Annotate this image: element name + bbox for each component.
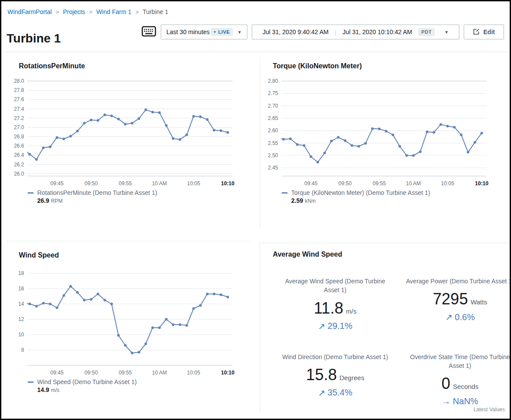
time-range-dropdown[interactable]: Last 30 minutes ● LIVE ▼ [161,25,247,39]
chevron-down-icon: ▼ [444,30,449,35]
svg-text:27.8: 27.8 [14,87,25,93]
date-end: Jul 31, 2020 10:10:42 AM [342,28,412,35]
legend-line-icon [28,381,34,383]
svg-text:10:05: 10:05 [187,370,200,376]
chart-legend: Wind Speed (Demo Turbine Asset 1) 14.9m/… [28,378,260,393]
chart-legend: RotationsPerMinute (Demo Turbine Asset 1… [28,189,260,204]
dashboard-controls: Last 30 minutes ● LIVE ▼ Jul 31, 2020 9:… [141,25,504,39]
svg-text:09:50: 09:50 [85,180,98,187]
trend-up-icon: ↗ [318,388,325,398]
edit-button[interactable]: Edit [464,25,504,39]
svg-text:28.0: 28.0 [14,78,25,84]
kpi-average-power: Average Power (Demo Turbine Asset 1) 729… [398,277,511,332]
kpi-average-wind-speed: Average Wind Speed (Demo Turbine Asset 1… [273,277,398,332]
svg-text:2.70: 2.70 [268,103,278,109]
kpi-label: Average Power (Demo Turbine Asset 1) [405,277,511,286]
kpi-value: 15.8 [306,366,337,384]
trend-up-icon: ↗ [318,321,325,332]
legend-latest-value: 26.9 [37,197,49,204]
timezone-badge: PDT [418,28,435,36]
svg-text:8: 8 [21,347,24,353]
date-separator: | [335,28,336,36]
trend-up-icon: ↗ [445,312,453,322]
breadcrumb-current: Turbine 1 [143,8,169,15]
kpi-unit: m/s [346,307,356,315]
keyboard-shortcuts-button[interactable] [141,25,156,39]
kpi-unit: Degrees [339,374,364,381]
svg-text:10:10: 10:10 [475,180,489,187]
svg-text:27.2: 27.2 [14,115,25,121]
svg-text:27.4: 27.4 [14,106,25,112]
svg-text:2.45: 2.45 [268,165,278,171]
kpi-wind-direction: Wind Direction (Demo Turbine Asset 1) 15… [273,353,398,407]
widget-title: Torque (KiloNewton Meter) [273,62,511,70]
legend-unit: kNm [305,198,316,204]
rotations-per-minute-chart[interactable]: 28.027.827.627.427.227.026.826.626.426.2… [5,74,241,188]
legend-series-name: Wind Speed (Demo Turbine Asset 1) [37,378,137,385]
svg-text:2.55: 2.55 [268,140,278,146]
svg-text:27.6: 27.6 [14,96,25,102]
svg-text:10: 10 [18,332,25,338]
svg-text:09:45: 09:45 [304,180,317,187]
chevron-down-icon: ▼ [237,30,242,35]
wind-speed-chart[interactable]: 1816141210809:4509:5009:5510 AM10:0510:1… [5,263,241,378]
breadcrumb-wind-farm[interactable]: Wind Farm 1 [96,8,131,15]
kpi-trend-value: 29.1% [328,321,352,331]
widget-title: RotationsPerMinute [19,62,260,70]
widget-title: Average Wind Speed [273,251,511,258]
legend-series-name: Torque (KiloNewton Meter) (Demo Turbine … [291,189,430,196]
kpi-grid: Average Wind Speed (Demo Turbine Asset 1… [273,277,509,406]
svg-text:26.4: 26.4 [14,152,25,158]
svg-text:10:05: 10:05 [187,180,200,187]
kpi-label: Wind Direction (Demo Turbine Asset 1) [280,353,391,361]
kpi-trend-value: 35.4% [328,388,352,398]
widget-wind-speed: Wind Speed 1816141210809:4509:5009:5510 … [1,241,260,418]
chart-legend: Torque (KiloNewton Meter) (Demo Turbine … [282,189,511,204]
svg-text:2.50: 2.50 [268,152,278,159]
date-range-picker[interactable]: Jul 31, 2020 9:40:42 AM | Jul 31, 2020 1… [252,25,459,39]
svg-text:09:55: 09:55 [119,370,132,376]
legend-line-icon [28,192,34,194]
svg-text:14: 14 [18,301,25,307]
breadcrumb-separator-icon: > [89,9,92,15]
latest-values-label: Latest Values [473,406,505,413]
svg-text:09:45: 09:45 [50,180,63,187]
widget-average-wind-speed-kpi: Average Wind Speed Average Wind Speed (D… [260,241,511,418]
keyboard-icon [141,25,156,39]
widget-torque: Torque (KiloNewton Meter) 2.802.752.702.… [260,52,511,241]
svg-text:10:05: 10:05 [441,180,454,187]
time-range-label: Last 30 minutes [166,28,210,35]
kpi-value: 7295 [433,290,468,308]
svg-text:27.0: 27.0 [14,124,25,131]
kpi-label: Overdrive State Time (Demo Turbine Asset… [405,353,511,371]
edit-icon [473,28,480,36]
live-dot-icon: ● [214,30,216,34]
live-label: LIVE [218,29,229,35]
svg-text:10 AM: 10 AM [406,180,421,187]
svg-text:16: 16 [18,286,25,292]
svg-text:09:55: 09:55 [373,180,386,187]
svg-text:09:50: 09:50 [85,370,98,376]
page-title: Turbine 1 [7,32,61,46]
torque-chart[interactable]: 2.802.752.702.652.602.552.502.4509:4509:… [259,74,495,188]
edit-button-label: Edit [483,28,495,35]
svg-text:10 AM: 10 AM [152,180,167,187]
svg-text:26.2: 26.2 [14,162,25,168]
kpi-trend-value: 0.6% [455,312,475,322]
legend-latest-value: 14.9 [37,386,49,393]
legend-unit: RPM [51,198,63,204]
breadcrumb-projects[interactable]: Projects [63,8,85,15]
svg-text:10 AM: 10 AM [152,370,167,376]
trend-flat-icon: → [442,396,451,406]
svg-text:2.60: 2.60 [268,127,278,134]
kpi-value: 11.8 [314,299,343,317]
svg-text:09:45: 09:45 [50,370,63,376]
live-badge: ● LIVE [211,28,233,36]
svg-text:2.75: 2.75 [268,90,278,96]
kpi-unit: Seconds [453,383,478,390]
svg-text:18: 18 [18,270,25,276]
legend-line-icon [282,192,288,194]
kpi-label: Average Wind Speed (Demo Turbine Asset 1… [280,277,391,295]
legend-unit: m/s [51,387,59,393]
breadcrumb-portal[interactable]: WindFarmPortal [7,8,52,15]
